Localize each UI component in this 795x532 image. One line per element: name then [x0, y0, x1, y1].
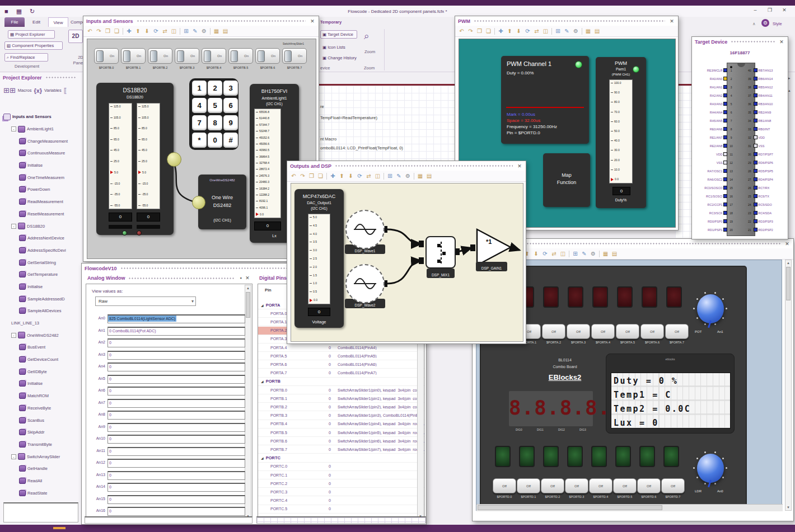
pin-pad[interactable]	[754, 110, 757, 114]
tree-item[interactable]: LINK_LINE_13	[2, 317, 82, 329]
ribbon-collapse-icon[interactable]: ∧	[752, 21, 756, 26]
pin-pad[interactable]	[723, 93, 727, 97]
rotate-icon[interactable]: ⟳	[152, 27, 160, 35]
find-replace-button[interactable]: ⌕ Find/Replace	[4, 53, 48, 62]
digital-pin-row[interactable]: PORTB.60SwitchArraySlider1(pin6), keypad…	[258, 437, 424, 445]
analog-value-field[interactable]: 825 ComboBL0114(LightSensor ADC)	[107, 314, 245, 323]
analog-v-scrollbar[interactable]: ▲ ▼	[245, 285, 251, 520]
undo-icon[interactable]: ↶	[86, 27, 93, 35]
dsp-mixer[interactable]	[425, 236, 456, 269]
redo-icon[interactable]: ↷	[95, 27, 102, 35]
analog-value-field[interactable]: 0	[107, 351, 245, 360]
close-icon[interactable]: ✕	[309, 18, 316, 24]
scroll-up-icon[interactable]: ▲	[785, 260, 791, 266]
pin-pad[interactable]	[723, 85, 727, 89]
copy-icon[interactable]: ❐	[104, 27, 111, 35]
move-up-icon[interactable]: ⬆	[506, 27, 513, 35]
mirror-icon[interactable]: ⇄	[161, 27, 169, 35]
pin-pad[interactable]	[723, 68, 727, 72]
save-icon[interactable]: ▦	[16, 8, 22, 15]
bh1750-scale[interactable]: 65536.861440.857344.753248.749152.645056…	[254, 109, 281, 218]
ds18b20-scale-1[interactable]: 125.0105.085.065.045.025.05.0-15.0-35.0-…	[109, 103, 132, 209]
keypad-key-1[interactable]: 1	[192, 81, 207, 96]
change-history-toggle[interactable]: ▣ Change History	[322, 55, 357, 60]
export-icon[interactable]: ▦	[417, 172, 424, 180]
digital-pin-row[interactable]: PORTB.70SwitchArraySlider1(pin7), keypad…	[258, 445, 424, 454]
group-icon[interactable]: ⊞	[183, 27, 190, 35]
digital-h-scrollbar[interactable]	[256, 516, 426, 524]
pin-pad[interactable]	[754, 102, 757, 106]
close-icon[interactable]: ✕	[244, 275, 251, 281]
add-icon[interactable]: ✚	[329, 172, 336, 180]
pwm-slider-scale[interactable]: 100.090.080.070.060.050.040.030.020.010.…	[609, 79, 633, 183]
variables-icon[interactable]: {x}	[34, 87, 42, 94]
tree-item[interactable]: TransmitByte	[2, 439, 82, 451]
chevron-icon[interactable]: ◢	[261, 456, 264, 460]
tree-item[interactable]: GetIDByte	[2, 365, 82, 378]
image-icon[interactable]: ▤	[222, 27, 229, 35]
pin-pad[interactable]	[723, 228, 727, 232]
tab-edit[interactable]: Edit	[28, 17, 45, 27]
knob-ball[interactable]	[697, 454, 724, 483]
digital-pin-row[interactable]: PORTB.50SwitchArraySlider1(pin5), keypad…	[258, 429, 424, 437]
image-icon[interactable]: ▤	[593, 27, 601, 35]
close-icon[interactable]: ✕	[516, 163, 523, 169]
settings-icon[interactable]: ⚙	[200, 27, 208, 35]
icon-lists-toggle[interactable]: ▣ Icon Lists	[322, 45, 345, 50]
tree-item[interactable]: GetTemperature	[2, 269, 82, 281]
pin-pad[interactable]	[754, 77, 757, 81]
tree-item[interactable]: ChangeMeasurement	[2, 135, 82, 147]
digital-pin-row[interactable]: PORTC.40	[258, 497, 424, 505]
tree-item[interactable]: BusEvent	[2, 341, 82, 354]
close-icon[interactable]: ✕	[784, 241, 791, 247]
dac-component[interactable]: MCP47x6DAC DAC_Output1 (I2C CH1) 5.04.54…	[294, 189, 344, 328]
port-switch-button[interactable]: Off	[613, 478, 637, 493]
tree-item[interactable]: Initialise	[2, 378, 82, 390]
variables-tab-label[interactable]: Variables	[44, 88, 62, 93]
pin-pad[interactable]	[723, 144, 727, 148]
redo-icon[interactable]: ↷	[467, 27, 474, 35]
undo-icon[interactable]: ↶	[458, 27, 465, 35]
pin-pad[interactable]	[754, 186, 757, 190]
style-label[interactable]: Style	[773, 21, 782, 26]
image-icon[interactable]: ▤	[425, 172, 433, 180]
input-switch[interactable]: On	[282, 48, 307, 64]
scroll-right-icon[interactable]: ▸	[788, 76, 791, 81]
tree-item[interactable]: ResetMeasurement	[2, 208, 82, 220]
keypad-key-7[interactable]: 7	[192, 115, 207, 130]
close-button[interactable]: ✕	[779, 7, 789, 13]
port-switch-button[interactable]: Off	[542, 324, 565, 339]
digital-pin-row[interactable]: PORTA.50ComboBL0114(PinA5)	[258, 352, 424, 360]
settings-icon[interactable]: ⚙	[590, 250, 597, 257]
port-switch-button[interactable]: Off	[637, 478, 661, 493]
digital-pin-row[interactable]: PORTB.00SwitchArraySlider1(pin0), keypad…	[258, 386, 424, 394]
analog-value-field[interactable]: 0	[107, 459, 245, 468]
tab-file[interactable]: File	[4, 17, 25, 27]
tree-item[interactable]: Inputs and Sensors	[2, 111, 82, 123]
port-switch-button[interactable]: Off	[589, 478, 612, 493]
zoom-icon[interactable]: ⌕	[364, 31, 370, 42]
analog-value-field[interactable]: 0	[107, 447, 245, 456]
expander-icon[interactable]: -	[11, 224, 16, 229]
input-switch[interactable]: On	[148, 48, 172, 64]
group-icon[interactable]: ⊞	[572, 250, 579, 257]
close-icon[interactable]: ✕	[778, 39, 785, 45]
pin-pad[interactable]	[754, 211, 757, 215]
wire-node-2[interactable]	[192, 196, 205, 209]
paste-icon[interactable]: ❏	[485, 27, 492, 35]
keypad-key-star[interactable]: *	[192, 133, 207, 148]
input-switch[interactable]: On	[202, 48, 226, 64]
keypad-key-8[interactable]: 8	[208, 115, 222, 130]
pin-pad[interactable]	[723, 194, 727, 198]
undo-icon[interactable]: ↶	[290, 172, 297, 180]
digital-pin-row[interactable]: PORTA.40ComboBL0114(PinA4)	[258, 343, 424, 352]
input-switch[interactable]: On	[255, 48, 280, 64]
move-down-icon[interactable]: ⬇	[515, 27, 522, 35]
pin-pad[interactable]	[754, 85, 757, 89]
input-switch[interactable]: On	[121, 48, 146, 64]
pin-pad[interactable]	[723, 127, 727, 131]
chevron-icon[interactable]: ◢	[261, 379, 264, 383]
tree-item[interactable]: ReadAll	[2, 475, 82, 487]
move-up-icon[interactable]: ⬆	[134, 27, 142, 35]
tree-item[interactable]: -AmbientLight1	[2, 123, 82, 135]
